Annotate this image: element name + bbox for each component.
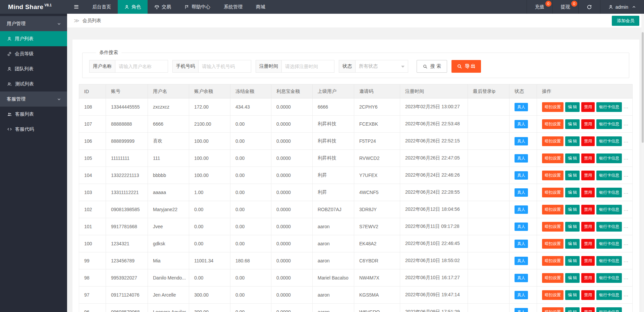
sidebar-section-service-management[interactable]: 客服管理 <box>0 91 67 107</box>
action-edit-button[interactable]: 编 辑 <box>565 171 580 180</box>
more-actions[interactable]: ... <box>624 224 629 229</box>
more-actions[interactable]: ... <box>624 309 629 312</box>
action-edit-button[interactable]: 编 辑 <box>565 153 580 163</box>
action-edit-button[interactable]: 编 辑 <box>565 256 580 266</box>
action-hidden-deduction-settings-button[interactable]: 暗扣设置 <box>542 290 564 300</box>
status-badge[interactable]: 真人 <box>515 120 528 128</box>
status-badge[interactable]: 真人 <box>515 103 528 111</box>
username-input[interactable] <box>115 60 168 73</box>
action-disable-button[interactable]: 禁用 <box>581 171 595 180</box>
add-member-button[interactable]: 添加会员 <box>612 16 639 26</box>
action-disable-button[interactable]: 禁用 <box>581 222 595 232</box>
nav-item-dashboard[interactable]: 后台首页 <box>86 0 118 14</box>
sidebar-section-user-management[interactable]: 用户管理 <box>0 16 67 31</box>
action-disable-button[interactable]: 禁用 <box>581 307 595 312</box>
action-edit-button[interactable]: 编 辑 <box>565 188 580 197</box>
action-hidden-deduction-settings-button[interactable]: 暗扣设置 <box>542 171 564 180</box>
sidebar-item-service-code[interactable]: 客服代码 <box>0 122 67 137</box>
nav-item-system[interactable]: 系统管理 <box>217 0 249 14</box>
action-hidden-deduction-settings-button[interactable]: 暗扣设置 <box>542 256 564 266</box>
recharge-button[interactable]: 充值 0 <box>527 0 552 14</box>
action-hidden-deduction-settings-button[interactable]: 暗扣设置 <box>542 205 564 214</box>
action-disable-button[interactable]: 禁用 <box>581 153 595 163</box>
action-disable-button[interactable]: 禁用 <box>581 119 595 129</box>
status-badge[interactable]: 真人 <box>515 223 528 231</box>
user-menu[interactable]: admin <box>600 0 644 14</box>
action-bank-card-info-button[interactable]: 银行卡信息 <box>596 239 622 249</box>
scrollbar-thumb[interactable] <box>642 32 644 143</box>
action-bank-card-info-button[interactable]: 银行卡信息 <box>596 153 622 163</box>
action-bank-card-info-button[interactable]: 银行卡信息 <box>596 205 622 214</box>
more-actions[interactable]: ... <box>624 292 629 297</box>
action-bank-card-info-button[interactable]: 银行卡信息 <box>596 136 622 146</box>
action-hidden-deduction-settings-button[interactable]: 暗扣设置 <box>542 153 564 163</box>
more-actions[interactable]: ... <box>624 241 629 246</box>
action-disable-button[interactable]: 禁用 <box>581 188 595 197</box>
more-actions[interactable]: ... <box>624 275 629 280</box>
action-edit-button[interactable]: 编 辑 <box>565 273 580 283</box>
more-actions[interactable]: ... <box>624 206 629 212</box>
nav-item-trade[interactable]: 交易 <box>148 0 178 14</box>
vertical-scrollbar[interactable] <box>641 14 644 312</box>
sidebar-item-team-list[interactable]: 团队列表 <box>0 61 67 76</box>
action-edit-button[interactable]: 编 辑 <box>565 205 580 214</box>
action-disable-button[interactable]: 禁用 <box>581 136 595 146</box>
refresh-button[interactable] <box>578 0 600 14</box>
action-disable-button[interactable]: 禁用 <box>581 273 595 283</box>
action-bank-card-info-button[interactable]: 银行卡信息 <box>596 290 622 300</box>
status-badge[interactable]: 真人 <box>515 188 528 197</box>
action-edit-button[interactable]: 编 辑 <box>565 222 580 232</box>
search-button[interactable]: 搜 索 <box>417 60 447 73</box>
status-badge[interactable]: 真人 <box>515 240 528 248</box>
sidebar-item-member-level[interactable]: 会员等级 <box>0 46 67 61</box>
action-bank-card-info-button[interactable]: 银行卡信息 <box>596 307 622 312</box>
more-actions[interactable]: ... <box>624 104 629 109</box>
more-actions[interactable]: ... <box>624 138 629 143</box>
action-disable-button[interactable]: 禁用 <box>581 102 595 112</box>
sidebar-item-test-list[interactable]: 测试列表 <box>0 76 67 91</box>
action-hidden-deduction-settings-button[interactable]: 暗扣设置 <box>542 239 564 249</box>
action-bank-card-info-button[interactable]: 银行卡信息 <box>596 171 622 180</box>
action-hidden-deduction-settings-button[interactable]: 暗扣设置 <box>542 136 564 146</box>
action-hidden-deduction-settings-button[interactable]: 暗扣设置 <box>542 222 564 232</box>
action-bank-card-info-button[interactable]: 银行卡信息 <box>596 256 622 266</box>
action-edit-button[interactable]: 编 辑 <box>565 136 580 146</box>
status-badge[interactable]: 真人 <box>515 171 528 180</box>
nav-item-mall[interactable]: 商城 <box>249 0 272 14</box>
action-disable-button[interactable]: 禁用 <box>581 290 595 300</box>
export-button[interactable]: 导 出 <box>451 60 481 73</box>
action-edit-button[interactable]: 编 辑 <box>565 307 580 312</box>
action-bank-card-info-button[interactable]: 银行卡信息 <box>596 222 622 232</box>
status-badge[interactable]: 真人 <box>515 308 528 312</box>
more-actions[interactable]: ... <box>624 155 629 161</box>
more-actions[interactable]: ... <box>624 121 629 126</box>
status-badge[interactable]: 真人 <box>515 137 528 145</box>
action-bank-card-info-button[interactable]: 银行卡信息 <box>596 119 622 129</box>
action-hidden-deduction-settings-button[interactable]: 暗扣设置 <box>542 119 564 129</box>
action-edit-button[interactable]: 编 辑 <box>565 239 580 249</box>
nav-item-roles[interactable]: 角色 <box>118 0 148 14</box>
action-edit-button[interactable]: 编 辑 <box>565 290 580 300</box>
action-disable-button[interactable]: 禁用 <box>581 256 595 266</box>
more-actions[interactable]: ... <box>624 189 629 195</box>
withdraw-button[interactable]: 提现 0 <box>552 0 578 14</box>
more-actions[interactable]: ... <box>624 172 629 178</box>
regtime-input[interactable] <box>282 60 334 73</box>
action-bank-card-info-button[interactable]: 银行卡信息 <box>596 188 622 197</box>
action-bank-card-info-button[interactable]: 银行卡信息 <box>596 102 622 112</box>
action-disable-button[interactable]: 禁用 <box>581 205 595 214</box>
status-badge[interactable]: 真人 <box>515 274 528 282</box>
action-hidden-deduction-settings-button[interactable]: 暗扣设置 <box>542 307 564 312</box>
status-badge[interactable]: 真人 <box>515 154 528 163</box>
action-hidden-deduction-settings-button[interactable]: 暗扣设置 <box>542 188 564 197</box>
sidebar-collapse-icon[interactable] <box>67 0 86 14</box>
status-badge[interactable]: 真人 <box>515 205 528 214</box>
action-disable-button[interactable]: 禁用 <box>581 239 595 249</box>
phone-input[interactable] <box>199 60 251 73</box>
status-badge[interactable]: 真人 <box>515 257 528 265</box>
sidebar-item-user-list[interactable]: 用户列表 <box>0 31 67 46</box>
action-hidden-deduction-settings-button[interactable]: 暗扣设置 <box>542 102 564 112</box>
nav-item-help-center[interactable]: 帮助中心 <box>178 0 217 14</box>
action-hidden-deduction-settings-button[interactable]: 暗扣设置 <box>542 273 564 283</box>
status-badge[interactable]: 真人 <box>515 291 528 299</box>
